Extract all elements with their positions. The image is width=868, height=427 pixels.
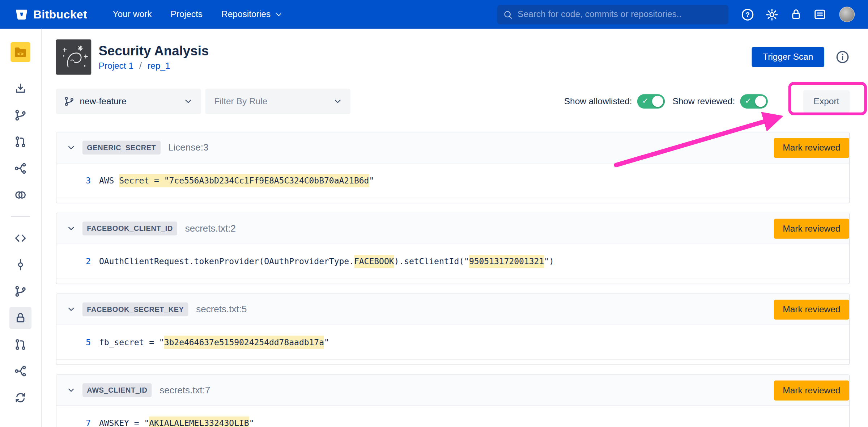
code-line: 7 AWSKEY = "AKIALALEMEL33243OLIB": [56, 406, 849, 427]
commits-icon[interactable]: [9, 254, 31, 276]
filter-row: new-feature Filter By Rule Show allowlis…: [56, 89, 850, 114]
finding-card: AWS_CLIENT_ID secrets.txt:7 Mark reviewe…: [56, 375, 850, 427]
sidebar-divider: [11, 216, 30, 217]
show-reviewed-label: Show reviewed:: [672, 96, 735, 106]
finding-header: AWS_CLIENT_ID secrets.txt:7 Mark reviewe…: [56, 375, 849, 406]
secret-highlight: 950513172001321: [469, 255, 544, 268]
check-icon: ✓: [745, 96, 752, 105]
mark-reviewed-button[interactable]: Mark reviewed: [774, 219, 849, 238]
collapse-chevron-icon[interactable]: [64, 384, 78, 397]
breadcrumb-project-link[interactable]: Project 1: [98, 61, 133, 70]
compare-venn-icon[interactable]: [9, 184, 31, 206]
chevron-down-icon: [183, 96, 193, 106]
code-line: 2 OAuthClientRequest.tokenProvider(OAuth…: [56, 244, 849, 279]
help-icon[interactable]: [741, 8, 754, 21]
finding-location: secrets.txt:2: [185, 223, 236, 234]
line-number: 7: [78, 418, 91, 427]
rule-filter-placeholder: Filter By Rule: [214, 96, 267, 106]
breadcrumb-repo-link[interactable]: rep_1: [148, 61, 170, 70]
user-avatar[interactable]: [839, 7, 855, 22]
top-navbar: Bitbucket Your work Projects Repositorie…: [0, 0, 868, 29]
feedback-icon[interactable]: [813, 8, 826, 21]
bitbucket-logo[interactable]: Bitbucket: [14, 7, 87, 22]
repo-avatar-image: [56, 39, 92, 75]
show-allowlisted-label: Show allowlisted:: [564, 96, 632, 106]
global-search: [497, 5, 728, 24]
toggle-knob: [755, 96, 766, 107]
code-line: 5 fb_secret = "3b2e464637e5159024254dd78…: [56, 325, 849, 360]
code-text: OAuthClientRequest.tokenProvider(OAuthPr…: [99, 257, 554, 267]
chevron-down-icon: [275, 10, 283, 18]
finding-header: FACEBOOK_SECRET_KEY secrets.txt:5 Mark r…: [56, 294, 849, 325]
secret-highlight: FACEBOOK: [354, 255, 394, 268]
collapse-chevron-icon[interactable]: [64, 222, 78, 235]
toggle-knob: [652, 96, 663, 107]
sync-refresh-icon[interactable]: [9, 386, 31, 409]
finding-card: FACEBOOK_CLIENT_ID secrets.txt:2 Mark re…: [56, 213, 850, 284]
check-icon: ✓: [642, 96, 648, 105]
app-root: Bitbucket Your work Projects Repositorie…: [0, 0, 868, 427]
line-number: 5: [78, 337, 91, 347]
mark-reviewed-button[interactable]: Mark reviewed: [774, 380, 849, 400]
show-allowlisted-toggle[interactable]: ✓: [637, 94, 665, 109]
navbar-actions: [741, 7, 855, 22]
nav-item-your-work[interactable]: Your work: [112, 9, 152, 20]
pull-requests-icon[interactable]: [9, 131, 31, 153]
finding-location: secrets.txt:5: [196, 304, 247, 315]
page-header: Security Analysis Project 1 / rep_1 Trig…: [56, 39, 850, 75]
code-text: AWSKEY = "AKIALALEMEL33243OLIB": [99, 418, 254, 427]
forks-icon[interactable]: [9, 360, 31, 382]
settings-gear-icon[interactable]: [765, 8, 779, 21]
rule-badge: FACEBOOK_SECRET_KEY: [82, 303, 188, 316]
brand-name: Bitbucket: [33, 8, 87, 21]
mark-reviewed-button[interactable]: Mark reviewed: [774, 299, 849, 319]
branch-list-icon[interactable]: [9, 280, 31, 302]
admin-lock-icon[interactable]: [790, 8, 803, 21]
nav-item-repositories[interactable]: Repositories: [221, 9, 283, 20]
mark-reviewed-button[interactable]: Mark reviewed: [774, 138, 849, 157]
page-title: Security Analysis: [98, 43, 209, 59]
breadcrumb: Project 1 / rep_1: [98, 61, 209, 71]
security-lock-icon[interactable]: [9, 307, 31, 329]
collapse-chevron-icon[interactable]: [64, 141, 78, 155]
info-icon[interactable]: [835, 50, 850, 64]
code-text: AWS Secret = "7ce556A3bD234Cc1Ff9E8A5C32…: [99, 176, 374, 186]
source-code-icon[interactable]: [9, 227, 31, 249]
code-text: fb_secret = "3b2e464637e5159024254dd78aa…: [99, 337, 329, 347]
repo-avatar-icon[interactable]: [10, 42, 30, 62]
pipelines-icon[interactable]: [9, 157, 31, 179]
rule-filter-dropdown[interactable]: Filter By Rule: [205, 89, 350, 114]
code-line: 3 AWS Secret = "7ce556A3bD234Cc1Ff9E8A5C…: [56, 164, 849, 198]
main-content: Security Analysis Project 1 / rep_1 Trig…: [42, 29, 868, 427]
branch-selector-dropdown[interactable]: new-feature: [56, 89, 201, 114]
search-input[interactable]: [518, 9, 723, 20]
branch-icon: [64, 96, 75, 107]
chevron-down-icon: [333, 96, 343, 106]
secret-highlight: 3b2e464637e5159024254dd78aadb17a: [164, 336, 324, 349]
branch-selected-value: new-feature: [80, 96, 126, 106]
breadcrumb-separator: /: [139, 61, 142, 70]
line-number: 3: [78, 176, 91, 186]
pull-request-list-icon[interactable]: [9, 333, 31, 355]
search-icon: [503, 9, 513, 20]
trigger-scan-button[interactable]: Trigger Scan: [752, 47, 825, 67]
branches-icon[interactable]: [9, 104, 31, 126]
rule-badge: AWS_CLIENT_ID: [82, 383, 152, 397]
finding-card: FACEBOOK_SECRET_KEY secrets.txt:5 Mark r…: [56, 293, 850, 365]
show-reviewed-toggle[interactable]: ✓: [740, 94, 768, 109]
rule-badge: GENERIC_SECRET: [82, 141, 161, 155]
secret-highlight: AKIALALEMEL33243OLIB: [149, 417, 249, 427]
clone-icon[interactable]: [9, 77, 31, 100]
findings-list: GENERIC_SECRET License:3 Mark reviewed 3…: [56, 132, 850, 427]
collapse-chevron-icon[interactable]: [64, 303, 78, 316]
rule-badge: FACEBOOK_CLIENT_ID: [82, 221, 177, 235]
nav-item-projects[interactable]: Projects: [171, 9, 203, 20]
left-sidebar: [0, 29, 42, 427]
line-number: 2: [78, 257, 91, 267]
finding-header: FACEBOOK_CLIENT_ID secrets.txt:2 Mark re…: [56, 213, 849, 244]
export-button[interactable]: Export: [803, 90, 850, 112]
finding-card: GENERIC_SECRET License:3 Mark reviewed 3…: [56, 132, 850, 203]
finding-location: secrets.txt:7: [159, 385, 210, 396]
bitbucket-bucket-icon: [14, 7, 29, 22]
finding-location: License:3: [168, 142, 208, 153]
